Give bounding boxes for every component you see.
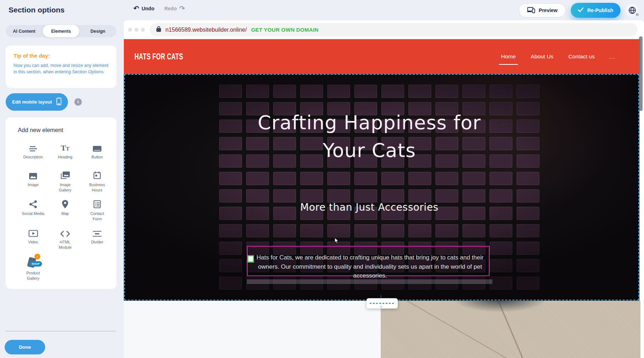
section-resize-handle[interactable]: ↓ ↑ <box>366 298 398 309</box>
heading-icon: TT <box>61 142 70 152</box>
undo-label: Undo <box>142 6 154 11</box>
product-gallery-icon: ↑ SHOP <box>26 256 40 268</box>
sidebar-divider <box>6 331 116 331</box>
element-grid: Description TT Heading Button Image <box>18 142 116 281</box>
done-button[interactable]: Done <box>5 340 45 354</box>
tab-ai-content[interactable]: AI Content <box>6 25 43 37</box>
tip-of-the-day-card: Tip of the day: Now you can add, move an… <box>6 46 116 88</box>
tab-design[interactable]: Design <box>79 25 116 37</box>
image-icon <box>29 170 37 180</box>
arrow-down-icon: ↓ <box>380 293 382 298</box>
preview-label: Preview <box>539 7 558 13</box>
element-description[interactable]: Description <box>18 142 48 164</box>
browser-chrome: n1566589.websitebuilder.online/ GET YOUR… <box>124 20 644 39</box>
info-icon[interactable]: i <box>74 98 82 106</box>
element-social-media[interactable]: Social Media <box>18 199 48 222</box>
element-select-checkbox[interactable] <box>247 255 254 263</box>
map-icon <box>62 199 68 209</box>
video-icon <box>28 227 38 237</box>
element-business-hours[interactable]: Business Hours <box>82 170 112 193</box>
language-globe-button[interactable] <box>625 4 639 17</box>
site-logo[interactable]: HATS FOR CATS <box>134 52 183 62</box>
get-your-own-domain-link[interactable]: GET YOUR OWN DOMAIN <box>251 27 319 33</box>
element-button[interactable]: Button <box>82 142 112 164</box>
phone-icon <box>56 98 62 106</box>
address-bar[interactable]: n1566589.websitebuilder.online/ GET YOUR… <box>150 23 638 36</box>
element-map[interactable]: Map <box>50 199 80 222</box>
tip-body: Now you can add, move and resize any ele… <box>14 62 109 75</box>
tip-title: Tip of the day: <box>14 53 109 59</box>
edit-mobile-label: Edit mobile layout <box>12 99 52 105</box>
element-image-gallery[interactable]: Image Gallery <box>50 170 80 193</box>
nav-contact-us[interactable]: Contact us <box>568 51 595 62</box>
shop-badge: SHOP <box>29 261 42 267</box>
paving-photo <box>381 301 640 358</box>
nav-more-button[interactable]: ... <box>609 54 616 60</box>
window-traffic-dots <box>128 28 145 32</box>
page-title: Section options <box>9 6 65 14</box>
social-media-icon <box>29 199 37 209</box>
next-section-photo[interactable] <box>381 301 640 358</box>
redo-label: Redo <box>164 6 177 11</box>
arrow-up-icon: ↑ <box>380 304 382 310</box>
redo-button[interactable]: Redo ↷ <box>164 5 185 12</box>
selected-paragraph-box[interactable]: Hats for Cats, we are dedicated to craft… <box>247 246 490 276</box>
element-divider[interactable]: Divider <box>82 227 112 250</box>
republish-label: Re-Publish <box>587 7 613 13</box>
scrollbar-thumb[interactable] <box>639 36 643 111</box>
history-controls: ↶ Undo Redo ↷ <box>133 5 185 12</box>
preview-button[interactable]: Preview <box>519 3 566 17</box>
nav-about-us[interactable]: About Us <box>530 51 554 62</box>
site-preview-window: n1566589.websitebuilder.online/ GET YOUR… <box>124 20 644 358</box>
hero-heading[interactable]: Crafting Happiness for Your Cats <box>124 109 615 165</box>
globe-status-dot <box>636 13 639 16</box>
republish-button[interactable]: Re-Publish <box>571 3 621 18</box>
section-options-sidebar: AI Content Elements Design Tip of the da… <box>0 20 124 358</box>
next-section-blank[interactable] <box>124 301 381 358</box>
element-video[interactable]: Video <box>18 227 48 250</box>
devices-icon <box>527 7 535 14</box>
site-nav: Home About Us Contact us ... <box>500 39 616 74</box>
redo-icon: ↷ <box>179 5 185 12</box>
undo-icon: ↶ <box>133 5 139 12</box>
divider-icon <box>93 227 102 237</box>
element-contact-form[interactable]: Contact Form <box>82 199 112 222</box>
html-module-icon <box>60 227 70 237</box>
edit-mobile-layout-button[interactable]: Edit mobile layout <box>6 93 68 111</box>
site-url[interactable]: n1566589.websitebuilder.online/ <box>165 27 247 33</box>
element-heading[interactable]: TT Heading <box>50 142 80 164</box>
add-element-panel: Add new element Description TT Heading B… <box>6 117 116 289</box>
element-product-gallery[interactable]: ↑ SHOP Product Gallery <box>18 256 48 281</box>
add-panel-title: Add new element <box>18 127 116 133</box>
sidebar-tabbar: AI Content Elements Design <box>6 25 116 37</box>
element-image[interactable]: Image <box>18 170 48 193</box>
undo-button[interactable]: ↶ Undo <box>133 5 154 12</box>
top-toolbar: Section options ↶ Undo Redo ↷ Preview Re… <box>0 0 644 20</box>
contact-form-icon <box>93 199 101 209</box>
business-hours-icon <box>93 170 101 180</box>
button-icon <box>93 142 102 152</box>
check-icon <box>578 7 584 13</box>
tab-elements[interactable]: Elements <box>43 25 80 37</box>
description-icon <box>29 142 37 152</box>
hero-section[interactable]: Crafting Happiness for Your Cats More th… <box>124 74 639 301</box>
site-header: HATS FOR CATS Home About Us Contact us .… <box>124 39 640 74</box>
hero-subheading[interactable]: More than Just Accessories <box>124 201 615 213</box>
mouse-cursor <box>334 237 339 245</box>
lock-icon <box>156 26 161 33</box>
image-gallery-icon <box>60 170 70 180</box>
upgrade-badge: ↑ <box>35 254 40 259</box>
element-html-module[interactable]: HTML Module <box>50 227 80 250</box>
hero-paragraph[interactable]: Hats for Cats, we are dedicated to craft… <box>254 253 486 280</box>
nav-home[interactable]: Home <box>500 51 516 62</box>
